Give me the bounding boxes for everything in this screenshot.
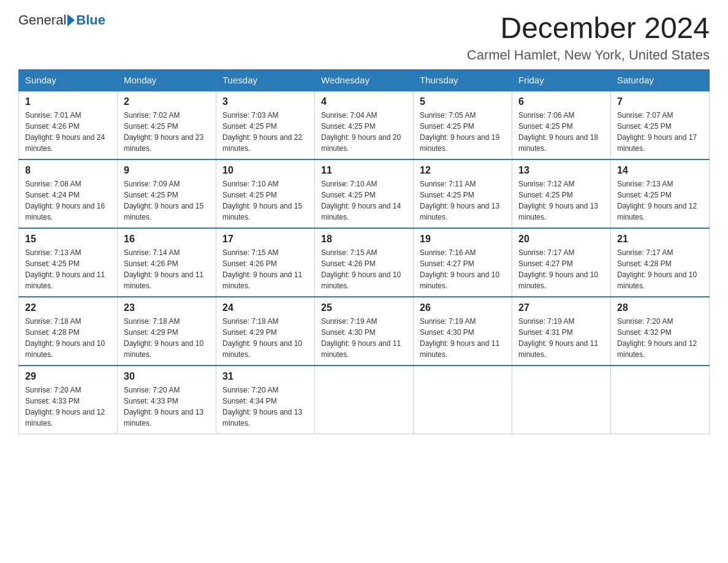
day-number: 14 — [617, 165, 703, 176]
day-info: Sunrise: 7:16 AMSunset: 4:27 PMDaylight:… — [420, 247, 506, 291]
day-info: Sunrise: 7:12 AMSunset: 4:25 PMDaylight:… — [518, 178, 604, 223]
day-number: 18 — [321, 234, 407, 245]
day-info: Sunrise: 7:11 AMSunset: 4:25 PMDaylight:… — [420, 178, 506, 223]
day-info: Sunrise: 7:05 AMSunset: 4:25 PMDaylight:… — [420, 110, 506, 154]
day-number: 3 — [222, 96, 308, 107]
day-info: Sunrise: 7:13 AMSunset: 4:25 PMDaylight:… — [617, 178, 703, 223]
day-info: Sunrise: 7:19 AMSunset: 4:30 PMDaylight:… — [321, 316, 407, 360]
logo: General Blue — [18, 12, 105, 28]
day-number: 25 — [321, 302, 407, 313]
weekday-header-friday: Friday — [512, 69, 611, 91]
day-info: Sunrise: 7:20 AMSunset: 4:33 PMDaylight:… — [25, 385, 111, 429]
day-number: 26 — [420, 302, 506, 313]
day-number: 2 — [124, 96, 210, 107]
calendar-cell: 3Sunrise: 7:03 AMSunset: 4:25 PMDaylight… — [216, 91, 315, 159]
weekday-header-sunday: Sunday — [19, 69, 118, 91]
weekday-header-saturday: Saturday — [611, 69, 710, 91]
day-number: 28 — [617, 302, 703, 313]
day-number: 23 — [124, 302, 210, 313]
calendar-cell: 4Sunrise: 7:04 AMSunset: 4:25 PMDaylight… — [315, 91, 414, 159]
day-number: 1 — [25, 96, 111, 107]
day-number: 27 — [518, 302, 604, 313]
calendar-cell — [611, 366, 710, 434]
day-info: Sunrise: 7:19 AMSunset: 4:31 PMDaylight:… — [518, 316, 604, 360]
day-info: Sunrise: 7:04 AMSunset: 4:25 PMDaylight:… — [321, 110, 407, 154]
calendar-cell: 19Sunrise: 7:16 AMSunset: 4:27 PMDayligh… — [414, 228, 512, 297]
day-info: Sunrise: 7:14 AMSunset: 4:26 PMDaylight:… — [124, 247, 210, 291]
calendar-cell: 30Sunrise: 7:20 AMSunset: 4:33 PMDayligh… — [118, 366, 216, 434]
title-section: December 2024 Carmel Hamlet, New York, U… — [467, 12, 710, 63]
day-info: Sunrise: 7:03 AMSunset: 4:25 PMDaylight:… — [222, 110, 308, 154]
calendar-title: December 2024 — [467, 12, 710, 45]
day-info: Sunrise: 7:06 AMSunset: 4:25 PMDaylight:… — [518, 110, 604, 154]
day-number: 24 — [222, 302, 308, 313]
calendar-cell: 1Sunrise: 7:01 AMSunset: 4:26 PMDaylight… — [19, 91, 118, 159]
calendar-week-row: 1Sunrise: 7:01 AMSunset: 4:26 PMDaylight… — [19, 91, 710, 159]
day-info: Sunrise: 7:17 AMSunset: 4:27 PMDaylight:… — [518, 247, 604, 291]
day-info: Sunrise: 7:01 AMSunset: 4:26 PMDaylight:… — [25, 110, 111, 154]
calendar-cell — [512, 366, 611, 434]
day-info: Sunrise: 7:18 AMSunset: 4:29 PMDaylight:… — [222, 316, 308, 360]
calendar-cell: 7Sunrise: 7:07 AMSunset: 4:25 PMDaylight… — [611, 91, 710, 159]
calendar-cell: 15Sunrise: 7:13 AMSunset: 4:25 PMDayligh… — [19, 228, 118, 297]
calendar-cell: 23Sunrise: 7:18 AMSunset: 4:29 PMDayligh… — [118, 297, 216, 366]
calendar-cell: 25Sunrise: 7:19 AMSunset: 4:30 PMDayligh… — [315, 297, 414, 366]
day-number: 16 — [124, 234, 210, 245]
calendar-subtitle: Carmel Hamlet, New York, United States — [467, 47, 710, 63]
day-info: Sunrise: 7:20 AMSunset: 4:32 PMDaylight:… — [617, 316, 703, 360]
weekday-header-tuesday: Tuesday — [216, 69, 315, 91]
day-number: 29 — [25, 371, 111, 382]
day-number: 4 — [321, 96, 407, 107]
day-number: 13 — [518, 165, 604, 176]
day-info: Sunrise: 7:19 AMSunset: 4:30 PMDaylight:… — [420, 316, 506, 360]
day-number: 9 — [124, 165, 210, 176]
day-number: 19 — [420, 234, 506, 245]
logo-arrow-icon — [67, 14, 75, 26]
calendar-cell: 26Sunrise: 7:19 AMSunset: 4:30 PMDayligh… — [414, 297, 512, 366]
weekday-header-monday: Monday — [118, 69, 216, 91]
calendar-cell: 8Sunrise: 7:08 AMSunset: 4:24 PMDaylight… — [19, 159, 118, 228]
calendar-cell: 10Sunrise: 7:10 AMSunset: 4:25 PMDayligh… — [216, 159, 315, 228]
day-number: 15 — [25, 234, 111, 245]
calendar-cell: 13Sunrise: 7:12 AMSunset: 4:25 PMDayligh… — [512, 159, 611, 228]
calendar-cell: 20Sunrise: 7:17 AMSunset: 4:27 PMDayligh… — [512, 228, 611, 297]
calendar-cell: 22Sunrise: 7:18 AMSunset: 4:28 PMDayligh… — [19, 297, 118, 366]
calendar-cell: 6Sunrise: 7:06 AMSunset: 4:25 PMDaylight… — [512, 91, 611, 159]
day-number: 31 — [222, 371, 308, 382]
day-number: 10 — [222, 165, 308, 176]
calendar-cell: 11Sunrise: 7:10 AMSunset: 4:25 PMDayligh… — [315, 159, 414, 228]
day-info: Sunrise: 7:09 AMSunset: 4:25 PMDaylight:… — [124, 178, 210, 223]
day-info: Sunrise: 7:17 AMSunset: 4:28 PMDaylight:… — [617, 247, 703, 291]
day-number: 30 — [124, 371, 210, 382]
day-info: Sunrise: 7:15 AMSunset: 4:26 PMDaylight:… — [321, 247, 407, 291]
calendar-week-row: 8Sunrise: 7:08 AMSunset: 4:24 PMDaylight… — [19, 159, 710, 228]
day-info: Sunrise: 7:07 AMSunset: 4:25 PMDaylight:… — [617, 110, 703, 154]
day-info: Sunrise: 7:20 AMSunset: 4:33 PMDaylight:… — [124, 385, 210, 429]
calendar-cell — [414, 366, 512, 434]
weekday-header-row: SundayMondayTuesdayWednesdayThursdayFrid… — [19, 69, 710, 91]
calendar-cell: 14Sunrise: 7:13 AMSunset: 4:25 PMDayligh… — [611, 159, 710, 228]
day-info: Sunrise: 7:10 AMSunset: 4:25 PMDaylight:… — [222, 178, 308, 223]
calendar-cell: 18Sunrise: 7:15 AMSunset: 4:26 PMDayligh… — [315, 228, 414, 297]
calendar-cell — [315, 366, 414, 434]
calendar-cell: 17Sunrise: 7:15 AMSunset: 4:26 PMDayligh… — [216, 228, 315, 297]
calendar-week-row: 22Sunrise: 7:18 AMSunset: 4:28 PMDayligh… — [19, 297, 710, 366]
day-number: 11 — [321, 165, 407, 176]
weekday-header-thursday: Thursday — [414, 69, 512, 91]
day-number: 12 — [420, 165, 506, 176]
calendar-cell: 27Sunrise: 7:19 AMSunset: 4:31 PMDayligh… — [512, 297, 611, 366]
day-number: 17 — [222, 234, 308, 245]
calendar-cell: 29Sunrise: 7:20 AMSunset: 4:33 PMDayligh… — [19, 366, 118, 434]
day-number: 5 — [420, 96, 506, 107]
day-info: Sunrise: 7:15 AMSunset: 4:26 PMDaylight:… — [222, 247, 308, 291]
calendar-cell: 9Sunrise: 7:09 AMSunset: 4:25 PMDaylight… — [118, 159, 216, 228]
day-number: 21 — [617, 234, 703, 245]
day-number: 22 — [25, 302, 111, 313]
calendar-cell: 5Sunrise: 7:05 AMSunset: 4:25 PMDaylight… — [414, 91, 512, 159]
logo-blue-text: Blue — [76, 12, 105, 28]
calendar-cell: 28Sunrise: 7:20 AMSunset: 4:32 PMDayligh… — [611, 297, 710, 366]
day-info: Sunrise: 7:02 AMSunset: 4:25 PMDaylight:… — [124, 110, 210, 154]
calendar-cell: 21Sunrise: 7:17 AMSunset: 4:28 PMDayligh… — [611, 228, 710, 297]
calendar-cell: 31Sunrise: 7:20 AMSunset: 4:34 PMDayligh… — [216, 366, 315, 434]
day-info: Sunrise: 7:20 AMSunset: 4:34 PMDaylight:… — [222, 385, 308, 429]
